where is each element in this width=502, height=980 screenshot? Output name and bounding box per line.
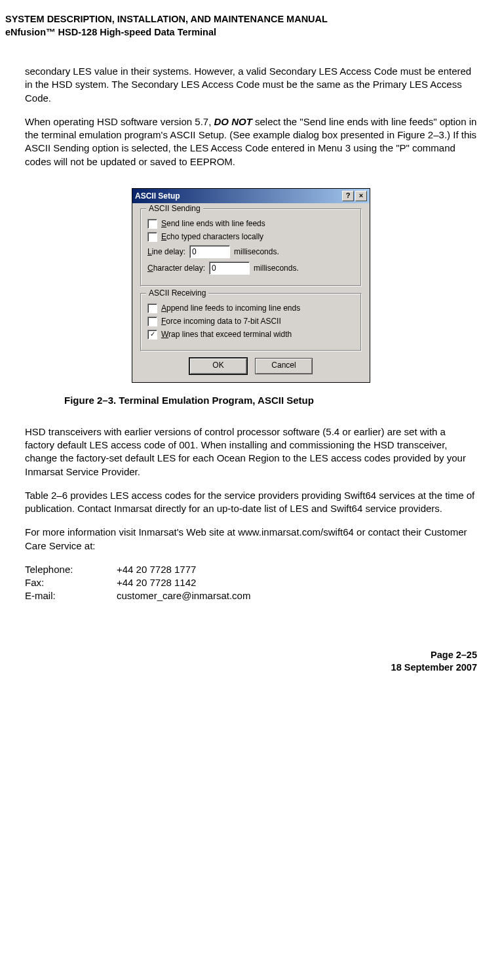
help-icon[interactable]: ?: [342, 191, 354, 201]
header-line2: eNfusion™ HSD-128 High-speed Data Termin…: [5, 26, 477, 39]
email-label: E-mail:: [25, 589, 117, 602]
ascii-receiving-label: ASCII Receiving: [146, 288, 208, 298]
char-delay-input[interactable]: 0: [209, 262, 250, 275]
paragraph-1: secondary LES value in their systems. Ho…: [25, 65, 477, 105]
paragraph-2a: When operating HSD software version 5.7,: [25, 116, 214, 127]
telephone-value: +44 20 7728 1777: [117, 563, 196, 576]
paragraph-5: For more information visit Inmarsat's We…: [25, 526, 477, 553]
cancel-button[interactable]: Cancel: [255, 358, 313, 374]
dialog-titlebar: ASCII Setup ? ×: [132, 189, 370, 203]
force-7bit-checkbox[interactable]: [147, 317, 157, 326]
line-delay-units: milliseconds.: [234, 247, 279, 256]
footer-date: 18 September 2007: [25, 661, 477, 675]
send-line-ends-checkbox[interactable]: [147, 219, 157, 229]
figure-2-3: ASCII Setup ? × ASCII Sending Send line …: [25, 188, 477, 406]
char-delay-units: milliseconds.: [254, 264, 299, 273]
close-icon[interactable]: ×: [355, 191, 367, 201]
page-footer: Page 2–25 18 September 2007: [25, 649, 477, 675]
echo-typed-label: Echo typed characters locally: [161, 232, 263, 241]
fax-label: Fax:: [25, 576, 117, 589]
append-lf-checkbox[interactable]: [147, 304, 157, 313]
paragraph-3: HSD transceivers with earlier versions o…: [25, 425, 477, 479]
footer-page: Page 2–25: [25, 649, 477, 662]
header-line1: SYSTEM DESCRIPTION, INSTALLATION, AND MA…: [5, 13, 477, 26]
contact-block: Telephone: +44 20 7728 1777 Fax: +44 20 …: [25, 563, 477, 603]
wrap-lines-label: Wrap lines that exceed terminal width: [161, 330, 292, 339]
ok-button[interactable]: OK: [189, 358, 247, 374]
wrap-lines-checkbox[interactable]: ✓: [147, 330, 157, 340]
paragraph-2: When operating HSD software version 5.7,…: [25, 115, 477, 168]
fax-value: +44 20 7728 1142: [117, 576, 196, 589]
page-header: SYSTEM DESCRIPTION, INSTALLATION, AND MA…: [5, 13, 477, 39]
ascii-setup-dialog: ASCII Setup ? × ASCII Sending Send line …: [132, 188, 370, 383]
echo-typed-checkbox[interactable]: [147, 232, 157, 242]
dialog-title: ASCII Setup: [135, 191, 180, 201]
ascii-receiving-group: ASCII Receiving Append line feeds to inc…: [140, 293, 362, 351]
line-delay-label: Line delay:: [147, 247, 185, 256]
append-lf-label: Append line feeds to incoming line ends: [161, 304, 300, 313]
char-delay-label: Character delay:: [147, 264, 205, 273]
email-value: customer_care@inmarsat.com: [117, 589, 250, 602]
figure-caption: Figure 2–3. Terminal Emulation Program, …: [64, 395, 477, 406]
ascii-sending-label: ASCII Sending: [146, 204, 203, 213]
telephone-label: Telephone:: [25, 563, 117, 576]
ascii-sending-group: ASCII Sending Send line ends with line f…: [140, 208, 362, 286]
force-7bit-label: Force incoming data to 7-bit ASCII: [161, 317, 281, 326]
line-delay-input[interactable]: 0: [189, 245, 230, 258]
paragraph-4: Table 2–6 provides LES access codes for …: [25, 489, 477, 516]
do-not-emphasis: DO NOT: [214, 116, 252, 127]
send-line-ends-label: Send line ends with line feeds: [161, 219, 265, 228]
